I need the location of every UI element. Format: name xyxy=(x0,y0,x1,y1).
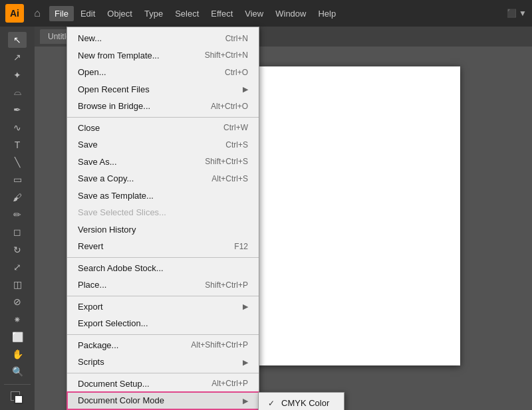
tool-hand[interactable]: ✋ xyxy=(8,346,27,362)
menu-item-scripts[interactable]: Scripts ▶ xyxy=(67,354,259,371)
menu-item-save-as[interactable]: Save As... Shift+Ctrl+S xyxy=(67,154,259,171)
menu-type[interactable]: Type xyxy=(139,6,168,21)
menu-item-place[interactable]: Place... Shift+Ctrl+P xyxy=(67,276,259,294)
menu-item-save[interactable]: Save Ctrl+S xyxy=(67,136,259,154)
tool-selection[interactable]: ↖ xyxy=(8,32,27,48)
tool-fill-stroke[interactable] xyxy=(8,389,27,405)
menu-item-document-color-mode[interactable]: Document Color Mode ▶ xyxy=(67,392,259,409)
tool-eyedropper[interactable]: ⊘ xyxy=(8,294,27,310)
menu-item-document-setup[interactable]: Document Setup... Alt+Ctrl+P xyxy=(67,375,259,393)
tool-magic-wand[interactable]: ✦ xyxy=(8,67,27,83)
cmyk-checkmark: ✓ xyxy=(268,399,277,408)
menu-item-new-from-template[interactable]: New from Template... Shift+Ctrl+N xyxy=(67,47,259,64)
menu-item-save-selected: Save Selected Slices... xyxy=(67,204,259,221)
toolbar-divider xyxy=(4,384,31,387)
menu-item-package[interactable]: Package... Alt+Shift+Ctrl+P xyxy=(67,337,259,354)
tool-lasso[interactable]: ⌓ xyxy=(8,84,27,100)
menu-bar: Ai ⌂ File Edit Object Type Select Effect… xyxy=(0,0,532,27)
menu-item-close[interactable]: Close Ctrl+W xyxy=(67,120,259,137)
document-color-mode-submenu: ✓ CMYK Color RGB Color xyxy=(258,392,344,410)
menu-item-export-selection[interactable]: Export Selection... xyxy=(67,315,259,332)
tool-line[interactable]: ╲ xyxy=(8,154,27,170)
tool-pencil[interactable]: ✏ xyxy=(8,207,27,223)
menu-file[interactable]: File xyxy=(49,6,74,21)
tool-curvature[interactable]: ∿ xyxy=(8,119,27,135)
menu-item-save-copy[interactable]: Save a Copy... Alt+Ctrl+S xyxy=(67,170,259,187)
home-icon[interactable]: ⌂ xyxy=(29,5,45,21)
tool-rect[interactable]: ▭ xyxy=(8,171,27,187)
tool-gradient[interactable]: ◫ xyxy=(8,276,27,292)
workspace-switcher[interactable]: ⬛ ▼ xyxy=(507,9,527,18)
tool-direct-select[interactable]: ↗ xyxy=(8,49,27,65)
menu-item-search-stock[interactable]: Search Adobe Stock... xyxy=(67,260,259,277)
menu-items: File Edit Object Type Select Effect View… xyxy=(49,6,341,21)
menu-select[interactable]: Select xyxy=(170,6,204,21)
menu-item-open[interactable]: Open... Ctrl+O xyxy=(67,64,259,81)
tool-paintbrush[interactable]: 🖌 xyxy=(8,189,27,205)
menu-item-new[interactable]: New... Ctrl+N xyxy=(67,30,259,47)
menu-item-open-recent[interactable]: Open Recent Files ▶ xyxy=(67,81,259,98)
submenu-item-cmyk[interactable]: ✓ CMYK Color xyxy=(259,395,344,410)
menu-effect[interactable]: Effect xyxy=(205,6,238,21)
tool-pen[interactable]: ✒ xyxy=(8,102,27,118)
menu-item-browse-bridge[interactable]: Browse in Bridge... Alt+Ctrl+O xyxy=(67,98,259,115)
menu-help[interactable]: Help xyxy=(313,6,341,21)
menu-object[interactable]: Object xyxy=(102,6,138,21)
menu-item-revert[interactable]: Revert F12 xyxy=(67,238,259,255)
tool-zoom[interactable]: 🔍 xyxy=(8,363,27,379)
tool-eraser[interactable]: ◻ xyxy=(8,224,27,240)
tool-type[interactable]: T xyxy=(8,137,27,153)
menu-right: ⬛ ▼ xyxy=(507,9,527,18)
menu-item-version-history[interactable]: Version History xyxy=(67,221,259,239)
left-toolbar: ↖ ↗ ✦ ⌓ ✒ ∿ T ╲ ▭ 🖌 ✏ ◻ ↻ ⤢ ◫ ⊘ ⁕ ⬜ ✋ 🔍 xyxy=(0,27,35,410)
tool-rotate[interactable]: ↻ xyxy=(8,241,27,257)
cmyk-label: CMYK Color xyxy=(281,398,329,408)
menu-edit[interactable]: Edit xyxy=(75,6,100,21)
menu-window[interactable]: Window xyxy=(270,6,311,21)
menu-item-export[interactable]: Export ▶ xyxy=(67,298,259,316)
menu-view[interactable]: View xyxy=(239,6,269,21)
menu-item-save-template[interactable]: Save as Template... xyxy=(67,187,259,205)
ai-logo: Ai xyxy=(5,4,24,23)
tool-blend[interactable]: ⁕ xyxy=(8,312,27,328)
tool-scale[interactable]: ⤢ xyxy=(8,259,27,275)
tool-artboard[interactable]: ⬜ xyxy=(8,329,27,345)
file-dropdown-menu: New... Ctrl+N New from Template... Shift… xyxy=(66,27,259,410)
